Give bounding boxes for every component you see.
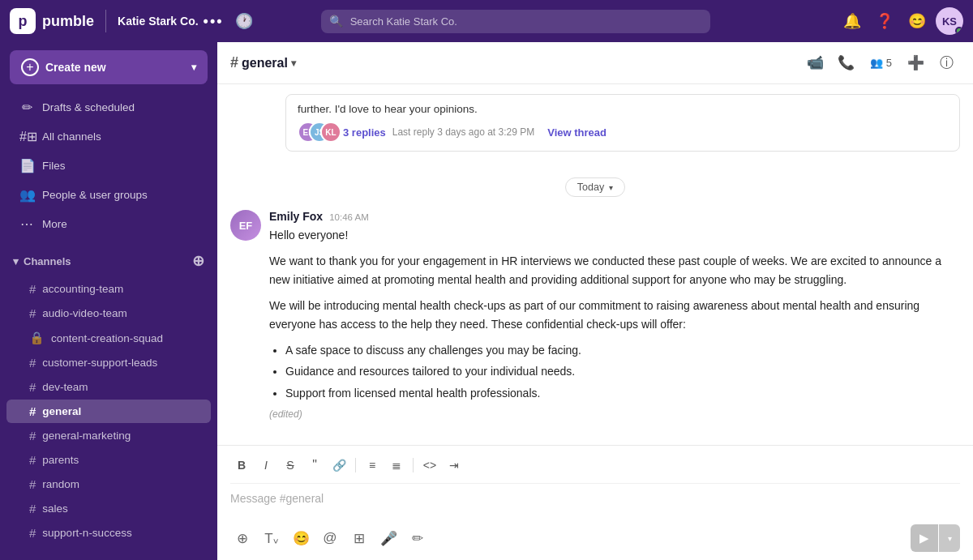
channel-dev-team[interactable]: # dev-team bbox=[6, 375, 211, 399]
chat-header-actions: 📹 📞 👥 5 ➕ ⓘ bbox=[802, 49, 960, 77]
channel-content-creation-squad[interactable]: 🔒 content-creation-squad bbox=[6, 326, 211, 350]
audio-button[interactable]: 🎤 bbox=[376, 526, 401, 550]
bold-button[interactable]: B bbox=[230, 454, 253, 477]
channel-sales[interactable]: # sales bbox=[6, 497, 211, 520]
file-button[interactable]: ⊞ bbox=[347, 526, 371, 550]
members-button[interactable]: 👥 5 bbox=[864, 53, 898, 72]
app-logo[interactable]: p pumble bbox=[10, 8, 94, 34]
people-icon: 👥 bbox=[19, 187, 34, 203]
search-bar[interactable]: 🔍 bbox=[321, 10, 710, 33]
date-pill[interactable]: Today ▾ bbox=[565, 177, 625, 197]
chat-header: # general ▾ 📹 📞 👥 5 ➕ ⓘ bbox=[217, 42, 973, 84]
thread-avatar-3: KL bbox=[320, 122, 341, 143]
thread-preview: further. I'd love to hear your opinions.… bbox=[285, 94, 960, 152]
voice-call-button[interactable]: 📞 bbox=[833, 49, 860, 77]
thread-text: further. I'd love to hear your opinions. bbox=[298, 103, 948, 115]
channel-customer-support-leads[interactable]: # customer-support-leads bbox=[6, 351, 211, 374]
channel-label: general bbox=[42, 405, 81, 417]
sidebar: + Create new ▾ ✏ Drafts & scheduled #⊞ A… bbox=[0, 42, 217, 560]
editor-footer: ⊕ Tᵥ 😊 @ ⊞ 🎤 ✏ ▶ ▾ bbox=[230, 519, 960, 552]
members-icon: 👥 bbox=[870, 57, 883, 69]
send-dropdown-button[interactable]: ▾ bbox=[939, 524, 960, 552]
format-button[interactable]: Tᵥ bbox=[259, 526, 284, 550]
code-button[interactable]: <> bbox=[418, 454, 441, 477]
video-call-button[interactable]: 📹 bbox=[802, 49, 829, 77]
logo-icon: p bbox=[10, 8, 36, 34]
channel-hash-icon: # bbox=[230, 54, 238, 71]
hash-icon: # bbox=[29, 526, 36, 540]
message-paragraph-2: We want to thank you for your engagement… bbox=[269, 252, 960, 289]
help-button[interactable]: ❓ bbox=[871, 7, 898, 35]
add-channel-icon[interactable]: ⊕ bbox=[192, 252, 204, 270]
sidebar-item-more[interactable]: ⋯ More bbox=[6, 210, 211, 238]
channel-label: accounting-team bbox=[42, 283, 123, 295]
sidebar-item-files[interactable]: 📄 Files bbox=[6, 152, 211, 180]
hash-icon: # bbox=[29, 453, 36, 467]
indent-button[interactable]: ⇥ bbox=[443, 454, 465, 477]
channel-label: audio-video-team bbox=[42, 307, 126, 319]
sidebar-item-label: All channels bbox=[42, 130, 101, 143]
channel-label: content-creation-squad bbox=[51, 332, 163, 344]
sidebar-item-drafts[interactable]: ✏ Drafts & scheduled bbox=[6, 93, 211, 122]
channel-dropdown-icon[interactable]: ▾ bbox=[291, 58, 296, 69]
bullet-2: Guidance and resources tailored to your … bbox=[285, 362, 960, 380]
send-button[interactable]: ▶ bbox=[911, 524, 938, 552]
link-button[interactable]: 🔗 bbox=[328, 454, 350, 477]
channel-label: dev-team bbox=[42, 381, 88, 393]
message-input[interactable]: Message #general bbox=[230, 489, 960, 519]
channel-label: random bbox=[42, 478, 79, 490]
sidebar-item-people[interactable]: 👥 People & user groups bbox=[6, 181, 211, 209]
channel-title: # general ▾ bbox=[230, 54, 296, 71]
channel-general[interactable]: # general bbox=[6, 400, 211, 423]
sidebar-nav: ✏ Drafts & scheduled #⊞ All channels 📄 F… bbox=[0, 92, 217, 246]
message-bullets: A safe space to discuss any challenges y… bbox=[269, 341, 960, 402]
channel-audio-video-team[interactable]: # audio-video-team bbox=[6, 301, 211, 325]
channel-random[interactable]: # random bbox=[6, 472, 211, 496]
sidebar-item-label: More bbox=[42, 218, 67, 230]
more-icon: ⋯ bbox=[19, 216, 34, 232]
channel-general-marketing[interactable]: # general-marketing bbox=[6, 424, 211, 447]
ordered-list-button[interactable]: ≡ bbox=[361, 454, 384, 477]
emoji-button[interactable]: 😊 bbox=[289, 526, 313, 550]
attach-button[interactable]: ⊕ bbox=[230, 526, 255, 550]
channel-info-button[interactable]: ⓘ bbox=[932, 49, 960, 77]
avatar[interactable]: KS bbox=[936, 7, 963, 35]
channel-label: parents bbox=[42, 454, 79, 466]
hash-icon: # bbox=[29, 477, 36, 491]
section-left: ▾ Channels bbox=[13, 255, 71, 267]
sketch-button[interactable]: ✏ bbox=[405, 526, 430, 550]
message-time: 10:46 AM bbox=[329, 212, 369, 222]
channel-support-n-success[interactable]: # support-n-success bbox=[6, 521, 211, 545]
mention-button[interactable]: @ bbox=[318, 526, 342, 550]
hash-icon: # bbox=[29, 380, 36, 394]
sidebar-item-label: People & user groups bbox=[42, 189, 148, 201]
bullet-1: A safe space to discuss any challenges y… bbox=[285, 341, 960, 359]
channels-list: # accounting-team # audio-video-team 🔒 c… bbox=[0, 276, 217, 545]
topbar-divider bbox=[105, 10, 106, 32]
thread-last-reply: Last reply 3 days ago at 3:29 PM bbox=[392, 126, 534, 138]
notifications-button[interactable]: 🔔 bbox=[838, 7, 866, 35]
unordered-list-button[interactable]: ≣ bbox=[385, 454, 408, 477]
workspace-name[interactable]: Katie Stark Co. ••• bbox=[118, 13, 224, 30]
italic-button[interactable]: I bbox=[255, 454, 277, 477]
channel-accounting-team[interactable]: # accounting-team bbox=[6, 277, 211, 301]
strikethrough-button[interactable]: S bbox=[279, 454, 302, 477]
messages-area: further. I'd love to hear your opinions.… bbox=[217, 84, 973, 445]
view-thread-button[interactable]: View thread bbox=[547, 126, 607, 139]
drafts-icon: ✏ bbox=[19, 100, 34, 115]
channel-parents[interactable]: # parents bbox=[6, 448, 211, 472]
workspace-menu-icon[interactable]: ••• bbox=[204, 13, 224, 30]
sidebar-item-all-channels[interactable]: #⊞ All channels bbox=[6, 122, 211, 151]
search-input[interactable] bbox=[321, 10, 710, 33]
thread-replies[interactable]: 3 replies bbox=[343, 126, 386, 139]
message-header: Emily Fox 10:46 AM bbox=[269, 210, 960, 223]
add-member-button[interactable]: ➕ bbox=[902, 49, 929, 77]
channel-label: customer-support-leads bbox=[42, 357, 157, 369]
create-new-button[interactable]: + Create new ▾ bbox=[10, 50, 208, 84]
channels-section[interactable]: ▾ Channels ⊕ bbox=[0, 246, 217, 276]
quote-button[interactable]: " bbox=[303, 454, 326, 477]
hash-icon: # bbox=[29, 282, 36, 296]
hash-icon: # bbox=[29, 429, 36, 442]
emoji-status-button[interactable]: 😊 bbox=[903, 7, 931, 35]
history-button[interactable]: 🕐 bbox=[235, 12, 253, 30]
